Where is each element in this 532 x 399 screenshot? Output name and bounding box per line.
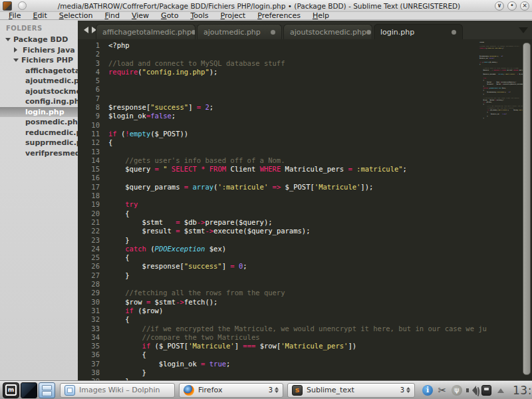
device-manager-icon[interactable] [480, 384, 492, 396]
menu-item-preferences[interactable]: Preferences [251, 11, 307, 20]
menu-item-edit[interactable]: Edit [27, 11, 53, 20]
sidebar-item-posmedic-php[interactable]: posmedic.php [0, 117, 78, 128]
sidebar-item-verifpresmedic-php[interactable]: verifpresmedic.php [0, 148, 78, 159]
sidebar-item-config-ing-php[interactable]: config.ing.php [0, 96, 78, 107]
code-line[interactable]: 13 [78, 148, 532, 156]
modified-dot-icon[interactable] [452, 30, 456, 35]
sidebar-item-reducmedic-php[interactable]: reducmedic.php [0, 128, 78, 138]
task-label: Firefox [198, 386, 222, 394]
code-line[interactable]: 10 [78, 121, 532, 130]
sidebar-item-ajoutmedic-php[interactable]: ajoutmedic.php [0, 76, 78, 86]
code-line[interactable]: 33 //if we encrypted the Matricule, we w… [78, 325, 532, 333]
tab-login-php[interactable]: login.php [374, 24, 463, 39]
code-line[interactable]: 7 [78, 94, 532, 103]
code-line[interactable]: 11if (!empty($_POST)) [78, 130, 532, 138]
code-line[interactable]: 14 //gets user's info based off of a Nom… [78, 156, 532, 165]
chevron-down-icon[interactable] [13, 59, 19, 65]
code-line[interactable]: 12{ [78, 138, 532, 147]
menu-item-help[interactable]: Help [307, 11, 335, 20]
close-button[interactable]: × [520, 1, 529, 11]
code-line[interactable]: 36 { [78, 350, 532, 359]
menu-item-project[interactable]: Project [215, 11, 252, 20]
code-line[interactable]: 25 { [78, 253, 532, 262]
tray-expander-icon[interactable] [495, 384, 507, 396]
modified-dot-icon[interactable] [366, 30, 371, 35]
sidebar-item-package-bdd[interactable]: Package BDD [0, 35, 78, 45]
code-line[interactable]: 26 $response["success"] = 0; [78, 262, 532, 271]
code-line[interactable]: 23 } [78, 236, 532, 245]
code-line[interactable]: 38 } [78, 368, 532, 377]
code-line[interactable]: 8$response["success"] = 2; [78, 103, 532, 112]
code-area[interactable]: 1<?php23//load and connect to MySQL data… [78, 39, 532, 380]
code-line[interactable]: 32 { [78, 315, 532, 324]
task-button-images-wiki-dolphin[interactable]: Images Wiki – Dolphin [60, 383, 175, 398]
code-line[interactable]: 20 { [78, 209, 532, 218]
vertical-scrollbar[interactable] [523, 43, 531, 375]
code-line[interactable]: 18 [78, 192, 532, 200]
chevron-right-icon[interactable] [14, 47, 20, 53]
tab-label: affichagetotalmedic.php [102, 28, 192, 37]
code-line[interactable]: 2 [78, 50, 532, 59]
code-line[interactable]: 6 [78, 85, 532, 94]
code-line[interactable]: 9$login_ok=false; [78, 112, 532, 120]
modified-dot-icon[interactable] [271, 30, 275, 35]
update-notifier-icon[interactable]: i [422, 384, 434, 396]
usb-device-icon[interactable]: ψ [451, 384, 463, 396]
minimap[interactable]: <?php//load and connect to MySQL databas… [477, 41, 523, 380]
code-line[interactable]: 19 try [78, 200, 532, 209]
code-line[interactable]: 5 [78, 76, 532, 85]
code-line[interactable]: 24 catch (PDOException $ex) [78, 245, 532, 253]
menu-item-tools[interactable]: Tools [184, 11, 214, 20]
code-line[interactable]: 28 [78, 280, 532, 289]
code-line[interactable]: 29 //fetching all the rows from the quer… [78, 289, 532, 297]
count-spinner-icon[interactable] [406, 385, 410, 395]
cabinet-drawer [42, 385, 52, 390]
code-line[interactable]: 1<?php [78, 41, 532, 50]
sidebar-item-fichiers-php[interactable]: Fichiers PHP [0, 55, 78, 66]
code-line-text: { [100, 209, 130, 217]
code-line[interactable]: 27 } [78, 271, 532, 280]
konsole-launcher-icon[interactable] [21, 382, 37, 398]
count-spinner-icon[interactable] [275, 385, 279, 395]
volume-icon[interactable] [466, 384, 477, 396]
scissors-glyph: ✂ [438, 384, 447, 396]
maximize-button[interactable]: • [507, 1, 517, 11]
task-button-firefox[interactable]: Firefox3 [179, 383, 283, 398]
task-button-sublime-text[interactable]: sSublime_text3 [287, 383, 415, 398]
code-line[interactable]: 15 $query = " SELECT * FROM Client WHERE… [78, 165, 532, 174]
sidebar-item-fichiers-java[interactable]: Fichiers Java [0, 45, 78, 56]
klipper-scissors-icon[interactable]: ✂ [436, 384, 448, 396]
tab-ajoutmedic-php[interactable]: ajoutmedic.php [197, 24, 282, 39]
tab-affichagetotalmedic-php[interactable]: affichagetotalmedic.php [96, 24, 196, 39]
menu-item-find[interactable]: Find [98, 11, 126, 20]
code-line[interactable]: 16 [78, 174, 532, 182]
chevron-down-icon[interactable] [5, 38, 11, 44]
clock[interactable]: 13:00 [513, 384, 532, 397]
code-line[interactable]: 37 $login_ok = true; [78, 360, 532, 368]
code-line[interactable]: 34 //compare the two Matricules [78, 333, 532, 342]
minimize-button[interactable]: ∨ [495, 1, 504, 11]
sidebar-item-supprmedic-php[interactable]: supprmedic.php [0, 138, 78, 148]
code-line[interactable]: 4require("config.ing.php"); [78, 68, 532, 76]
menu-item-file[interactable]: File [3, 11, 27, 20]
menu-item-goto[interactable]: Goto [155, 11, 184, 20]
code-line[interactable]: 17 $query_params = array(':matricule' =>… [78, 183, 532, 192]
code-line[interactable]: 22 $result = $stmt->execute($query_param… [78, 227, 532, 235]
sidebar-item-ajoutstockmedic-php[interactable]: ajoutstockmedic.php [0, 86, 78, 97]
sidebar-item-login-php[interactable]: login.php [0, 107, 78, 118]
tab-scroll-left-icon[interactable] [80, 27, 88, 33]
mint-menu-button[interactable]: m [3, 382, 19, 398]
sidebar-item-affichagetotalmedic-php[interactable]: affichagetotalmedic.php [0, 66, 78, 76]
tab-ajoutstockmedic-php[interactable]: ajoutstockmedic.php [283, 24, 372, 39]
menu-item-selection[interactable]: Selection [53, 11, 99, 20]
code-line[interactable]: 21 $stmt = $db->prepare($query); [78, 218, 532, 227]
tab-overflow-menu-icon[interactable] [519, 27, 528, 38]
code-line[interactable]: 31 if ($row) [78, 307, 532, 315]
menu-item-view[interactable]: View [126, 11, 155, 20]
code-line[interactable]: 3//load and connect to MySQL database st… [78, 59, 532, 68]
code-line[interactable]: 30 $row = $stmt->fetch(); [78, 298, 532, 307]
file-cabinet-launcher-icon[interactable] [39, 382, 55, 398]
modified-dot-icon[interactable] [192, 30, 196, 35]
code-line[interactable]: 35 if ($_POST['Matricule'] === $row['Mat… [78, 342, 532, 350]
window-menu-button[interactable] [18, 1, 27, 10]
